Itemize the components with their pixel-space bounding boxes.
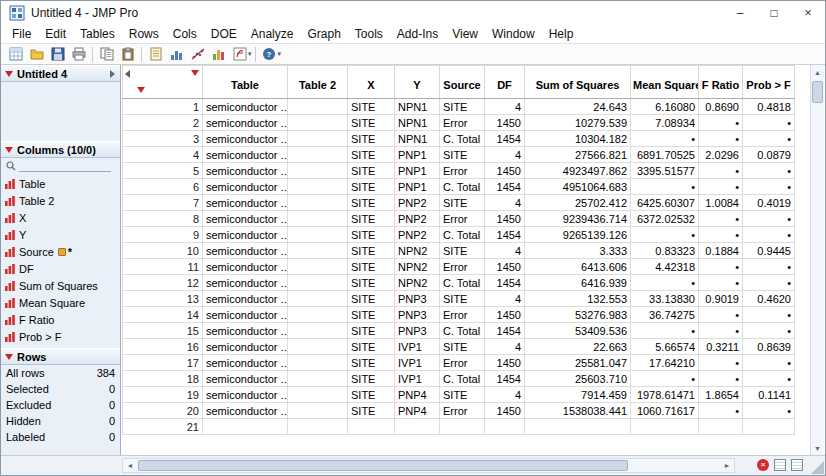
cell-df[interactable]: 1450 [485,403,525,419]
cell-df[interactable]: 1450 [485,259,525,275]
cell-table2[interactable] [288,179,348,195]
toolbar-dropdown-icon[interactable]: ▾ [248,50,252,58]
cell-source[interactable]: C. Total [440,179,485,195]
cell-df[interactable]: 1450 [485,211,525,227]
cell-table[interactable]: semiconductor ... [203,259,288,275]
cell-x[interactable]: SITE [348,291,395,307]
cell-df[interactable]: 4 [485,147,525,163]
cell-table2[interactable] [288,403,348,419]
cell-table2[interactable] [288,307,348,323]
resize-grip[interactable] [811,461,824,474]
cell-df[interactable]: 4 [485,243,525,259]
cell-mean-square[interactable]: 4.42318 [631,259,699,275]
cell-f-ratio[interactable]: 1.0084 [699,195,743,211]
empty-cell[interactable] [485,419,525,435]
save-icon[interactable] [47,45,68,64]
cell-mean-square[interactable]: • [631,179,699,195]
empty-cell[interactable] [743,419,795,435]
cell-prob-f[interactable]: 0.1141 [743,387,795,403]
cell-x[interactable]: SITE [348,371,395,387]
cell-source[interactable]: C. Total [440,323,485,339]
cell-table2[interactable] [288,275,348,291]
table-row[interactable]: 10 semiconductor ... SITE NPN2 SITE 4 3.… [123,243,795,259]
cell-prob-f[interactable]: • [743,131,795,147]
cell-table[interactable]: semiconductor ... [203,195,288,211]
row-number[interactable]: 3 [123,131,203,147]
cell-prob-f[interactable]: • [743,403,795,419]
cell-table[interactable]: semiconductor ... [203,131,288,147]
cell-prob-f[interactable]: • [743,371,795,387]
empty-cell[interactable] [288,419,348,435]
cell-f-ratio[interactable]: • [699,131,743,147]
table-row[interactable]: 16 semiconductor ... SITE IVP1 SITE 4 22… [123,339,795,355]
cell-f-ratio[interactable]: • [699,371,743,387]
cell-table2[interactable] [288,387,348,403]
cell-sum-of-squares[interactable]: 53409.536 [525,323,631,339]
column-header[interactable]: Table 2 [288,66,348,99]
cell-table2[interactable] [288,291,348,307]
cell-y[interactable]: NPN1 [395,131,440,147]
cell-f-ratio[interactable]: 0.1884 [699,243,743,259]
cell-source[interactable]: Error [440,163,485,179]
row-number[interactable]: 8 [123,211,203,227]
cell-df[interactable]: 1454 [485,323,525,339]
cell-df[interactable]: 4 [485,195,525,211]
cell-prob-f[interactable]: • [743,179,795,195]
table-row[interactable]: 19 semiconductor ... SITE PNP4 SITE 4 79… [123,387,795,403]
cell-table2[interactable] [288,355,348,371]
cell-sum-of-squares[interactable]: 10304.182 [525,131,631,147]
table-row[interactable]: 9 semiconductor ... SITE PNP2 C. Total 1… [123,227,795,243]
cell-source[interactable]: SITE [440,147,485,163]
formula-icon[interactable] [229,45,250,64]
row-number[interactable]: 4 [123,147,203,163]
cell-x[interactable]: SITE [348,275,395,291]
row-number[interactable]: 7 [123,195,203,211]
cell-table[interactable]: semiconductor ... [203,403,288,419]
column-header[interactable]: Source [440,66,485,99]
cell-sum-of-squares[interactable]: 10279.539 [525,115,631,131]
cell-source[interactable]: C. Total [440,227,485,243]
cell-table[interactable]: semiconductor ... [203,371,288,387]
row-number[interactable]: 16 [123,339,203,355]
cell-table[interactable]: semiconductor ... [203,227,288,243]
cell-mean-square[interactable]: 6372.02532 [631,211,699,227]
cell-sum-of-squares[interactable]: 6416.939 [525,275,631,291]
graph-builder-icon[interactable] [208,45,229,64]
cell-prob-f[interactable]: • [743,307,795,323]
cell-mean-square[interactable]: 1060.71617 [631,403,699,419]
cell-mean-square[interactable]: • [631,227,699,243]
cell-mean-square[interactable]: 6891.70525 [631,147,699,163]
cell-prob-f[interactable]: • [743,115,795,131]
cell-table[interactable]: semiconductor ... [203,355,288,371]
column-header[interactable]: DF [485,66,525,99]
column-header[interactable]: Sum of Squares [525,66,631,99]
help-icon[interactable]: ? [259,45,280,64]
minimize-button[interactable]: – [723,1,757,25]
cell-table[interactable]: semiconductor ... [203,243,288,259]
cell-prob-f[interactable]: 0.8639 [743,339,795,355]
cell-source[interactable]: SITE [440,387,485,403]
cell-df[interactable]: 4 [485,339,525,355]
scroll-right-arrow[interactable]: ► [720,459,734,472]
cell-y[interactable]: IVP1 [395,339,440,355]
cell-y[interactable]: PNP2 [395,211,440,227]
menu-item[interactable]: Tools [348,26,390,42]
cell-f-ratio[interactable]: • [699,275,743,291]
menu-item[interactable]: Tables [73,26,122,42]
cell-x[interactable]: SITE [348,307,395,323]
column-list-item[interactable]: Table 2 [1,192,120,209]
cell-y[interactable]: NPN2 [395,275,440,291]
cell-y[interactable]: PNP3 [395,291,440,307]
cell-sum-of-squares[interactable]: 4923497.862 [525,163,631,179]
cell-mean-square[interactable]: 1978.61471 [631,387,699,403]
rows-menu-icon[interactable] [137,87,145,93]
cell-table[interactable]: semiconductor ... [203,179,288,195]
cell-sum-of-squares[interactable]: 25581.047 [525,355,631,371]
column-header[interactable]: Y [395,66,440,99]
table-row[interactable]: 8 semiconductor ... SITE PNP2 Error 1450… [123,211,795,227]
cell-sum-of-squares[interactable]: 9239436.714 [525,211,631,227]
column-list-item[interactable]: Sum of Squares [1,277,120,294]
cell-source[interactable]: SITE [440,99,485,115]
cell-mean-square[interactable]: 0.83323 [631,243,699,259]
cell-table2[interactable] [288,211,348,227]
